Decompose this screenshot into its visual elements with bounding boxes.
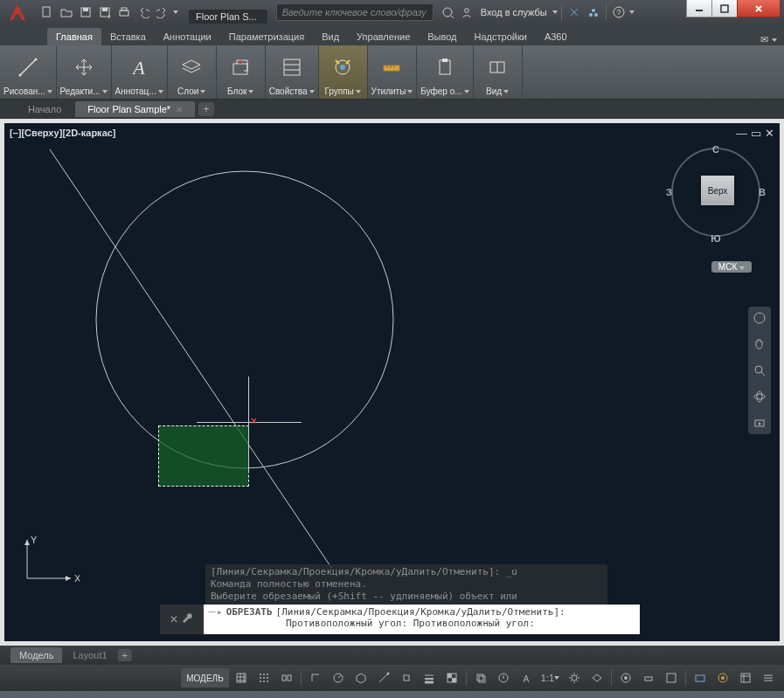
svg-rect-5 <box>120 10 128 16</box>
filetab-start-label: Начало <box>28 104 61 114</box>
status-modelspace[interactable]: МОДЕЛЬ <box>181 668 228 688</box>
close-button[interactable] <box>737 0 781 17</box>
panel-clipboard[interactable]: Буфер о... <box>417 45 473 99</box>
panel-groups[interactable]: Группы <box>319 45 368 99</box>
close-icon[interactable]: ✕ <box>170 613 178 625</box>
status-annovis-icon[interactable] <box>586 668 607 688</box>
app-logo[interactable] <box>0 0 35 24</box>
layout-tab-layout1[interactable]: Layout1 <box>64 647 115 663</box>
tab-parametric[interactable]: Параметризация <box>220 28 313 45</box>
status-polar-icon[interactable] <box>328 668 349 688</box>
svg-text:?: ? <box>616 8 621 17</box>
svg-point-8 <box>464 9 468 13</box>
svg-rect-68 <box>452 678 456 682</box>
signin-dropdown-icon[interactable] <box>552 10 558 14</box>
tab-a360[interactable]: A360 <box>536 28 576 45</box>
status-cleanscreen-icon[interactable] <box>735 668 756 688</box>
status-lineweight-icon[interactable] <box>419 668 440 688</box>
panel-modify[interactable]: Редакти... <box>57 45 112 99</box>
status-annoscale-icon[interactable] <box>516 668 537 688</box>
signin-label[interactable]: Вход в службы <box>477 7 551 17</box>
panel-properties[interactable]: Свойства <box>266 45 319 99</box>
status-customize-icon[interactable] <box>758 668 779 688</box>
tab-home[interactable]: Главная <box>47 28 101 45</box>
ribbon-minimize-icon[interactable] <box>772 38 777 42</box>
new-icon[interactable] <box>38 3 56 21</box>
print-icon[interactable] <box>115 3 133 21</box>
exchange-icon[interactable] <box>565 3 583 21</box>
dropdown-icon <box>200 90 205 93</box>
layout-tab-model[interactable]: Модель <box>10 647 62 663</box>
search-input[interactable]: Введите ключевое слово/фразу <box>276 3 434 21</box>
cmd-wrench-icon[interactable] <box>182 613 194 625</box>
cmd-history-line: Выберите обрезаемый (+Shift -- удлиняемы… <box>211 591 602 603</box>
redo-icon[interactable] <box>154 3 171 21</box>
tab-annotate[interactable]: Аннотации <box>155 28 220 45</box>
maximize-button[interactable] <box>711 0 738 17</box>
status-hwaccel-icon[interactable] <box>690 668 711 688</box>
status-grid-icon[interactable] <box>231 668 252 688</box>
infocenter-icon[interactable] <box>439 3 456 21</box>
svg-point-9 <box>589 13 593 17</box>
help-dropdown-icon[interactable] <box>629 10 635 14</box>
signin-icon[interactable] <box>458 3 475 21</box>
status-units-icon[interactable] <box>638 668 659 688</box>
saveas-icon[interactable] <box>96 3 114 21</box>
command-handle[interactable]: ✕ <box>160 605 204 634</box>
help-icon[interactable]: ? <box>610 3 628 21</box>
tab-output[interactable]: Вывод <box>419 28 465 45</box>
close-icon[interactable]: ✕ <box>176 105 183 114</box>
svg-point-52 <box>267 677 268 679</box>
svg-point-51 <box>263 677 265 679</box>
svg-rect-31 <box>440 60 450 74</box>
panel-modify-label: Редакти... <box>60 86 101 96</box>
svg-point-11 <box>592 9 595 12</box>
panel-draw[interactable]: Рисован... <box>0 45 57 99</box>
ribbon-notification-icon[interactable]: ✉ <box>760 34 768 45</box>
filetab-start[interactable]: Начало <box>16 101 73 117</box>
svg-text:X: X <box>74 573 80 584</box>
status-snap-icon[interactable] <box>253 668 274 688</box>
a360-icon[interactable] <box>585 3 602 21</box>
prompt-icon: ⸺▸ <box>207 606 223 618</box>
status-isolate-icon[interactable] <box>712 668 733 688</box>
status-osnap-icon[interactable] <box>396 668 417 688</box>
status-gear-icon[interactable] <box>564 668 585 688</box>
command-input[interactable]: ⸺▸ ОБРЕЗАТЬ [Линия/Секрамка/Проекция/Кро… <box>204 605 640 634</box>
panel-annotation[interactable]: A Аннотац... <box>112 45 168 99</box>
panel-view[interactable]: Вид <box>474 45 523 99</box>
panel-draw-label: Рисован... <box>3 86 45 96</box>
status-isoplane-icon[interactable] <box>350 668 371 688</box>
tab-manage[interactable]: Управление <box>348 28 419 45</box>
status-scale-label[interactable]: 1:1 <box>538 668 562 688</box>
svg-point-53 <box>260 681 261 682</box>
title-right-cluster: Вход в службы ? <box>439 3 635 21</box>
svg-rect-69 <box>477 674 483 681</box>
status-ortho-icon[interactable] <box>305 668 326 688</box>
status-cycling-icon[interactable] <box>470 668 491 688</box>
command-prompt-line2: Противоположный угол: Противоположный уг… <box>207 618 535 629</box>
tab-addins[interactable]: Надстройки <box>466 28 536 45</box>
panel-utilities[interactable]: Утилиты <box>368 45 418 99</box>
minimize-button[interactable] <box>686 0 712 17</box>
tab-insert[interactable]: Вставка <box>101 28 155 45</box>
status-quickprops-icon[interactable] <box>661 668 682 688</box>
undo-icon[interactable] <box>135 3 152 21</box>
filetab-add-button[interactable]: + <box>198 102 214 116</box>
layers-icon <box>179 47 204 86</box>
layout-add-button[interactable]: + <box>118 649 132 661</box>
status-otrack-icon[interactable] <box>373 668 394 688</box>
tab-view[interactable]: Вид <box>313 28 348 45</box>
status-transparency-icon[interactable] <box>441 668 462 688</box>
open-icon[interactable] <box>58 3 75 21</box>
dropdown-icon <box>158 90 163 93</box>
status-annomonitor-icon[interactable] <box>493 668 514 688</box>
status-workspace-icon[interactable] <box>615 668 636 688</box>
panel-block[interactable]: Блок <box>217 45 266 99</box>
panel-layers[interactable]: Слои <box>168 45 217 99</box>
status-dynamic-icon[interactable] <box>276 668 297 688</box>
filetab-document[interactable]: Floor Plan Sample* ✕ <box>75 101 195 117</box>
drawing-viewport[interactable]: [–][Сверху][2D-каркас] — ▭ ✕ Верх С Ю З … <box>4 123 780 641</box>
save-icon[interactable] <box>77 3 94 21</box>
qat-more-icon[interactable] <box>173 10 178 14</box>
